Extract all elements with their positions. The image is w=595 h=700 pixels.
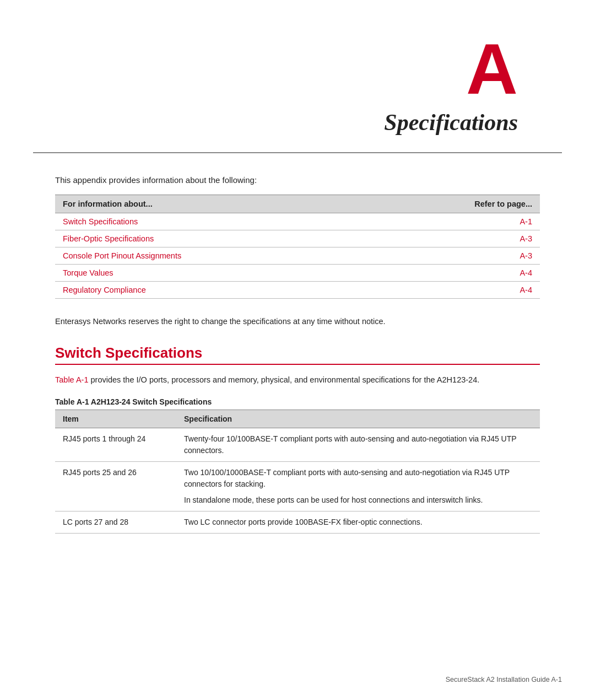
toc-item-page: A-1	[369, 213, 540, 230]
specs-col2-header: Specification	[176, 410, 540, 428]
chapter-title: Specifications	[33, 109, 518, 147]
toc-item-page: A-4	[369, 265, 540, 282]
page-container: A Specifications This appendix provides …	[0, 0, 595, 700]
specs-value: Two 10/100/1000BASE-T compliant ports wi…	[176, 462, 540, 511]
section-intro: Table A-1 provides the I/O ports, proces…	[55, 374, 540, 386]
specs-row: RJ45 ports 1 through 24Twenty-four 10/10…	[55, 428, 540, 462]
specs-item: RJ45 ports 25 and 26	[55, 462, 176, 511]
toc-item-label[interactable]: Regulatory Compliance	[55, 282, 369, 299]
toc-item-label[interactable]: Torque Values	[55, 265, 369, 282]
page-footer: SecureStack A2 Installation Guide A-1	[446, 676, 562, 683]
toc-item-label[interactable]: Fiber-Optic Specifications	[55, 230, 369, 247]
specs-item: RJ45 ports 1 through 24	[55, 428, 176, 462]
toc-item-label[interactable]: Console Port Pinout Assignments	[55, 247, 369, 265]
toc-col1-header: For information about...	[55, 195, 369, 213]
toc-table: For information about... Refer to page..…	[55, 195, 540, 299]
toc-row: Fiber-Optic SpecificationsA-3	[55, 230, 540, 247]
toc-row: Switch SpecificationsA-1	[55, 213, 540, 230]
specs-row: LC ports 27 and 28Two LC connector ports…	[55, 511, 540, 534]
specs-table: Item Specification RJ45 ports 1 through …	[55, 410, 540, 534]
chapter-letter: A	[33, 33, 518, 105]
specs-value: Two LC connector ports provide 100BASE-F…	[176, 511, 540, 534]
intro-text: This appendix provides information about…	[55, 175, 540, 185]
toc-item-label[interactable]: Switch Specifications	[55, 213, 369, 230]
switch-specs-heading: Switch Specifications	[55, 344, 540, 365]
toc-item-page: A-3	[369, 247, 540, 265]
specs-item: LC ports 27 and 28	[55, 511, 176, 534]
toc-item-page: A-3	[369, 230, 540, 247]
notice-text: Enterasys Networks reserves the right to…	[55, 315, 540, 328]
main-content: This appendix provides information about…	[55, 153, 540, 534]
toc-row: Torque ValuesA-4	[55, 265, 540, 282]
section-intro-text: provides the I/O ports, processors and m…	[88, 375, 479, 384]
table-a1-link[interactable]: Table A-1	[55, 375, 88, 384]
toc-header-row: For information about... Refer to page..…	[55, 195, 540, 213]
specs-row: RJ45 ports 25 and 26Two 10/100/1000BASE-…	[55, 462, 540, 511]
toc-row: Regulatory ComplianceA-4	[55, 282, 540, 299]
specs-col1-header: Item	[55, 410, 176, 428]
chapter-header: A Specifications	[33, 0, 562, 153]
specs-value: Twenty-four 10/100BASE-T compliant ports…	[176, 428, 540, 462]
toc-col2-header: Refer to page...	[369, 195, 540, 213]
table-caption: Table A-1 A2H123-24 Switch Specification…	[55, 397, 540, 406]
toc-item-page: A-4	[369, 282, 540, 299]
footer-text: SecureStack A2 Installation Guide A-1	[446, 676, 562, 683]
toc-row: Console Port Pinout AssignmentsA-3	[55, 247, 540, 265]
specs-header-row: Item Specification	[55, 410, 540, 428]
